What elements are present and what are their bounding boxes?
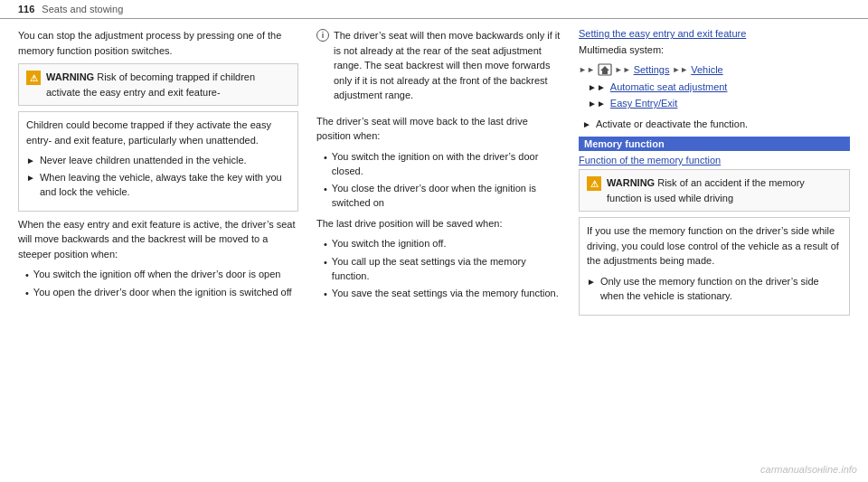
saved-bullets: • You switch the ignition off. • You cal… [324,236,561,301]
nav-arrow-2: ►► [672,65,688,74]
list-item-text: You switch the ignition off when the dri… [33,267,281,283]
section-title: Seats and stowing [42,4,123,14]
dot-bullet: • [25,286,29,301]
warning-icon-right: ⚠ [587,176,601,191]
list-item-text: You save the seat settings via the memor… [332,286,559,302]
page-number: 116 [18,4,34,14]
left-column: You can stop the adjustment process by p… [18,28,298,473]
middle-column: i The driver’s seat will then move backw… [316,28,561,473]
right-column: Setting the easy entry and exit feature … [579,28,850,473]
list-item-text: You close the driver’s door when the ign… [332,181,561,211]
warning-box-right: ⚠ WARNING Risk of an accident if the mem… [579,169,850,212]
arrow-bullet: ►► [588,97,606,111]
arrow-bullet: ► [582,118,591,132]
right-content-text: If you use the memory function on the dr… [587,223,842,269]
info-icon: i [316,29,329,42]
home-icon [598,63,612,76]
list-item: • You switch the ignition off. [324,236,561,252]
children-bullet-list: ► Never leave children unattended in the… [26,153,290,200]
dot-bullet: • [25,268,29,283]
multimedia-label: Multimedia system: [579,43,850,58]
function-title: Function of the memory function [579,155,850,165]
nav-sub-list: ►► Automatic seat adjustment ►► Easy Ent… [588,80,850,111]
list-item-text: When leaving the vehicle, always take th… [40,170,290,200]
children-text: Children could become trapped if they ac… [26,118,290,147]
arrow-bullet: ► [26,171,35,200]
dot-bullet: • [324,237,327,252]
list-item: ► When leaving the vehicle, always take … [26,170,290,200]
right-content-box: If you use the memory function on the dr… [579,217,850,316]
right-bullet-list: ► Only use the memory function on the dr… [587,274,842,304]
warning-text-left: WARNING Risk of becoming trapped if chil… [46,70,290,99]
page-container: 116 Seats and stowing You can stop the a… [0,0,868,482]
info-block: i The driver’s seat will then move backw… [316,28,561,109]
header-bar: 116 Seats and stowing [0,0,868,19]
watermark: carmanualsонline.info [760,464,857,475]
nav-vehicle: Vehicle [691,64,722,75]
dot-bullet: • [324,287,327,302]
nav-settings: Settings [634,64,670,75]
activate-list: ► Activate or deactivate the function. [582,117,850,132]
warning-text-right: WARNING Risk of an accident if the memor… [607,175,842,205]
nav-arrow-start: ►► [579,65,595,74]
arrow-bullet: ► [587,275,596,304]
arrow-bullet: ► [26,154,35,168]
last-drive-bullets: • You switch the ignition on with the dr… [324,149,561,211]
intro-text: You can stop the adjustment process by p… [18,28,298,58]
warning-label-right: WARNING [607,177,655,188]
memory-section-bar: Memory function [579,137,850,151]
list-item-text: You open the driver’s door when the igni… [33,285,292,301]
list-item: • You call up the seat settings via the … [324,254,561,284]
nav-auto-seat: Automatic seat adjustment [610,80,728,95]
dot-bullet: • [324,150,327,179]
info-block-text: The driver’s seat will then move backwar… [334,28,561,103]
list-item-text: Never leave children unattended in the v… [40,153,247,168]
list-item: • You save the seat settings via the mem… [324,286,561,302]
warning-box-left: ⚠ WARNING Risk of becoming trapped if ch… [18,63,298,106]
list-item: • You open the driver’s door when the ig… [25,285,298,301]
svg-marker-1 [600,66,609,74]
list-item-text: You switch the ignition off. [332,236,447,252]
last-drive-text: The driver’s seat will move back to the … [316,114,561,144]
list-item: • You switch the ignition off when the d… [25,267,298,283]
list-item: • You switch the ignition on with the dr… [324,149,561,179]
list-item: ► Only use the memory function on the dr… [587,274,842,304]
list-item-text: You call up the seat settings via the me… [332,254,561,284]
arrow-bullet: ►► [588,80,606,95]
feature-bullet-list: • You switch the ignition off when the d… [25,267,298,300]
list-item-text: Only use the memory function on the driv… [600,274,842,304]
list-item-text: You switch the ignition on with the driv… [332,149,561,179]
saved-text: The last drive position will be saved wh… [316,216,561,232]
feature-active-text: When the easy entry and exit feature is … [18,217,298,262]
list-item: ► Never leave children unattended in the… [26,153,290,168]
dot-bullet: • [324,255,327,284]
list-item: ►► Automatic seat adjustment [588,80,850,95]
list-item: • You close the driver’s door when the i… [324,181,561,211]
nav-arrow-1: ►► [615,65,631,74]
list-item: ►► Easy Entry/Exit [588,96,850,111]
warning-icon-left: ⚠ [26,71,41,85]
nav-path: ►► ►► Settings ►► Vehicle [579,63,850,76]
children-box: Children could become trapped if they ac… [18,111,298,212]
dot-bullet: • [324,182,327,211]
activate-text: Activate or deactivate the function. [596,117,748,132]
content-area: You can stop the adjustment process by p… [0,19,868,482]
warning-label-left: WARNING [46,71,94,82]
list-item: ► Activate or deactivate the function. [582,117,850,132]
setting-section-title: Setting the easy entry and exit feature [579,28,850,39]
nav-easy-entry: Easy Entry/Exit [610,96,678,111]
